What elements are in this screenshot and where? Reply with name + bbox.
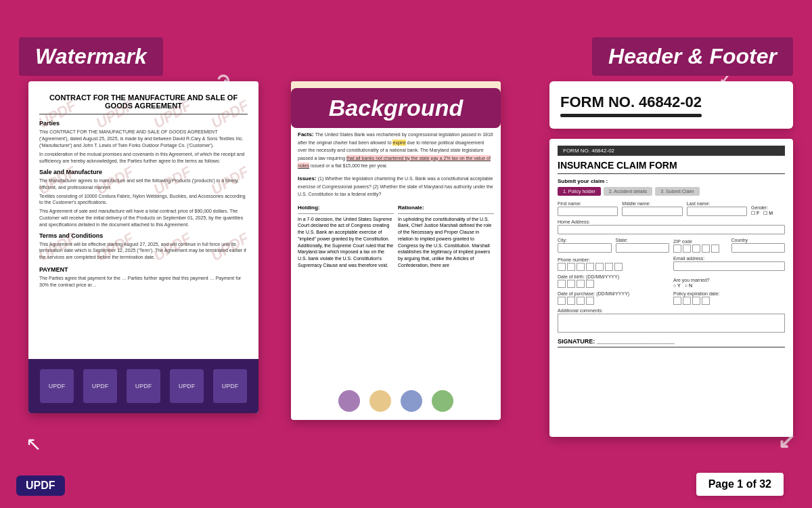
phone-box-2[interactable] xyxy=(567,263,575,271)
case-brief-document: ⚖ Case Brief ⚖ McCulloch v. M land, 17 U… xyxy=(291,81,501,420)
first-name-field: First name: xyxy=(558,201,618,216)
step-2[interactable]: 2. Accident details xyxy=(604,187,652,196)
phone-box-5[interactable] xyxy=(595,263,604,271)
married-n: ○ N xyxy=(685,283,692,288)
country-field: Country xyxy=(731,238,786,253)
sale-manufacture-label: Sale and Manufacture xyxy=(39,169,248,175)
sale-manufacture-text: The Manufacturer agrees to manufacture a… xyxy=(39,177,248,191)
phone-box-1[interactable] xyxy=(558,263,566,271)
zip-boxes xyxy=(673,245,727,253)
married-options: ○ Y ○ N xyxy=(673,283,785,288)
phone-box-7[interactable] xyxy=(614,263,623,271)
header-footer-banner-label: Header & Footer xyxy=(608,44,777,68)
zip-box-5[interactable] xyxy=(711,245,719,253)
term-text: This Agreement will be effective startin… xyxy=(39,241,248,261)
issues-label: Issues: xyxy=(298,175,317,182)
zip-box-1[interactable] xyxy=(673,245,681,253)
zip-box-3[interactable] xyxy=(692,245,700,253)
case-brief-body: Facts: The United States Bank was rechar… xyxy=(291,125,501,274)
step-1[interactable]: 1. Policy holder xyxy=(558,187,601,196)
email-label: Email address: xyxy=(673,256,785,261)
home-address-field: Home Address: xyxy=(558,219,785,234)
dob-box-3[interactable] xyxy=(577,280,585,288)
policy-expiry-boxes xyxy=(673,297,785,305)
zip-box-2[interactable] xyxy=(683,245,691,253)
dp-box-2[interactable] xyxy=(567,297,575,305)
parties-text: This CONTRACT FOR THE MANUFACTURE AND SA… xyxy=(39,129,248,148)
city-input[interactable] xyxy=(558,243,612,253)
updf-logo-text: UPDF xyxy=(26,480,55,491)
middle-name-label: Middle name: xyxy=(622,201,682,206)
step-2-label: 2. Accident details xyxy=(609,189,647,194)
zip-field: ZIP code xyxy=(673,239,727,253)
wm-stamp-3: UPDF xyxy=(127,369,160,403)
email-input[interactable] xyxy=(673,261,785,271)
city-row: City: State: ZIP code Country xyxy=(558,238,785,253)
updf-logo: UPDF xyxy=(16,475,65,496)
holding-label: Holding: xyxy=(298,204,394,214)
pe-box-4[interactable] xyxy=(702,297,710,305)
cursor-icon: ↖ xyxy=(26,433,41,455)
circle-blue[interactable] xyxy=(401,390,422,412)
dob-box-2[interactable] xyxy=(567,280,575,288)
home-address-input[interactable] xyxy=(558,225,785,234)
page-counter-text: Page 1 of 32 xyxy=(708,478,771,490)
dob-box-4[interactable] xyxy=(586,280,594,288)
zip-label: ZIP code xyxy=(673,239,727,244)
first-name-input[interactable] xyxy=(558,207,618,216)
gender-m: ☐ M xyxy=(763,211,773,216)
zip-box-4[interactable] xyxy=(702,245,710,253)
comments-textarea[interactable] xyxy=(558,314,785,333)
comments-row: Additional comments: xyxy=(558,308,785,333)
country-input[interactable] xyxy=(731,243,786,253)
name-row: First name: Middle name: Last name: Gend… xyxy=(558,201,785,216)
form-header-bar: FORM NO. 46842-02 xyxy=(558,146,785,156)
issues-text: (1) Whether the legislation chartering t… xyxy=(298,176,493,196)
middle-name-input[interactable] xyxy=(622,207,682,216)
form-no-panel: FORM NO. 46842-02 xyxy=(549,81,793,129)
dp-box-1[interactable] xyxy=(558,297,566,305)
rationale-text: In upholding the constitutionality of th… xyxy=(398,216,494,269)
form-inner: FORM NO. 46842-02 INSURANCE CLAIM FORM S… xyxy=(549,139,793,354)
circle-green[interactable] xyxy=(432,390,453,412)
wm-stamp-1: UPDF xyxy=(40,369,74,403)
step-3[interactable]: 3. Submit Claim xyxy=(655,187,699,196)
middle-name-field: Middle name: xyxy=(622,201,682,216)
dob-box-1[interactable] xyxy=(558,280,566,288)
city-field: City: xyxy=(558,238,612,253)
dates-row: Date of purchase: (DD/MM/YYYY) Policy ex… xyxy=(558,291,785,305)
dp-box-4[interactable] xyxy=(586,297,594,305)
pe-box-1[interactable] xyxy=(673,297,681,305)
country-label: Country xyxy=(731,238,786,242)
circle-tan[interactable] xyxy=(369,390,391,412)
last-name-input[interactable] xyxy=(687,207,747,216)
background-banner-label: Background xyxy=(329,95,463,121)
wm-stamp-5: UPDF xyxy=(213,369,247,403)
city-label: City: xyxy=(558,238,612,242)
facts-label: Facts: xyxy=(298,131,314,137)
pe-box-2[interactable] xyxy=(683,297,691,305)
circle-purple[interactable] xyxy=(338,390,360,412)
dp-box-3[interactable] xyxy=(577,297,585,305)
wm-stamp-2: UPDF xyxy=(83,369,117,403)
phone-box-4[interactable] xyxy=(586,263,594,271)
holding-text: In a 7-0 decision, the United States Sup… xyxy=(298,216,394,269)
page-counter: Page 1 of 32 xyxy=(696,473,784,496)
phone-box-6[interactable] xyxy=(605,263,613,271)
signature-line: SIGNATURE: _______________________ xyxy=(558,338,785,347)
last-name-field: Last name: xyxy=(687,201,747,216)
rationale-col: Rationale: In upholding the constitution… xyxy=(398,204,494,269)
state-input[interactable] xyxy=(616,243,670,253)
phone-boxes xyxy=(558,263,669,271)
form-steps: 1. Policy holder 2. Accident details 3. … xyxy=(558,187,785,196)
state-field: State: xyxy=(616,238,670,253)
dob-label: Date of birth: (DD/MM/YYYY) xyxy=(558,274,669,279)
header-footer-banner: Header & Footer xyxy=(592,37,793,76)
watermark-doc-title: CONTRACT FOR THE MANUFACTURE AND SALE OF… xyxy=(39,93,248,114)
pe-box-3[interactable] xyxy=(692,297,700,305)
terms-label: Terms and Conditions xyxy=(39,232,248,239)
address-row: Home Address: xyxy=(558,219,785,234)
consideration-text: In consideration of the mutual promises … xyxy=(39,151,248,165)
policy-expiry-label: Policy expiration date: xyxy=(673,291,785,296)
phone-box-3[interactable] xyxy=(577,263,585,271)
